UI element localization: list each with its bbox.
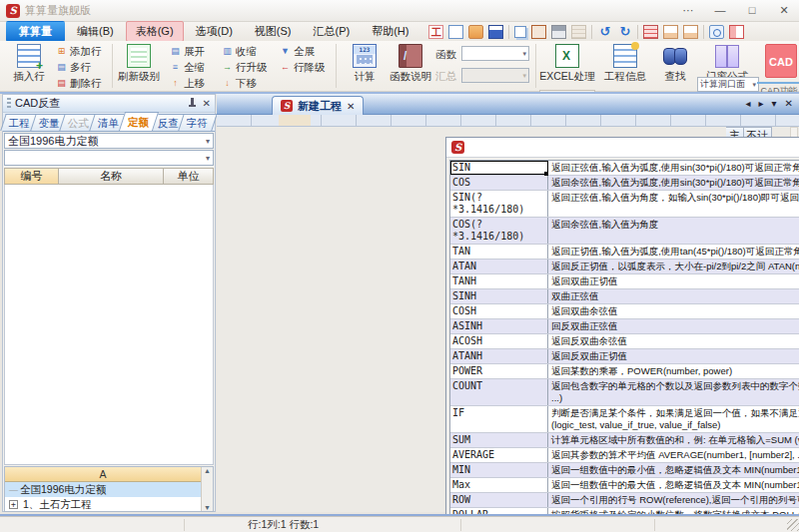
move-down-button[interactable]: ↓下移 [222,76,257,91]
function-name-cell[interactable]: MIN [450,463,548,477]
function-desc-cell[interactable]: 返回其参数的算术平均值 AVERAGE(number1, [number2], … [548,448,799,462]
document-tab[interactable]: S 新建工程 ✕ [272,96,364,115]
expand-button[interactable]: ▤展开 [170,44,205,59]
minimize-button[interactable]: — [711,4,729,17]
maximize-button[interactable]: □ [743,4,761,17]
function-desc-cell[interactable]: 双曲正弦值 [548,289,799,303]
function-row[interactable]: SIN(?*3.1416/180) 返回正弦值,输入值为角度，如输入sin(30… [450,191,799,218]
menu-item[interactable]: 算算量 [6,21,65,42]
quota-filter-combo[interactable]: ▾ [4,150,214,166]
panel-close-icon[interactable] [683,25,698,39]
col-header-name[interactable]: 名称 [59,168,164,185]
quota-library-combo[interactable]: 全国1996电力定额▾ [4,133,214,149]
function-name-cell[interactable]: ASINH [450,319,548,333]
function-row[interactable]: Max 返回一组数值中的最大值，忽略逻辑值及文本 MIN(number1, [n… [450,478,799,493]
pin-icon[interactable] [188,98,197,109]
quota-list-area[interactable] [4,185,214,465]
tab-nav-button[interactable]: ▸ [759,98,764,109]
function-desc-cell[interactable]: 返回正弦值,输入值为弧度,使用sin(30*pi()/180)可返回正常角度单位… [548,161,799,175]
move-up-button[interactable]: ↑上移 [170,76,205,91]
function-name-cell[interactable]: AVERAGE [450,448,548,462]
more-windows-icon[interactable]: ⋯ [679,4,697,17]
function-desc-cell[interactable]: 返回反双曲余弦值 [548,334,799,348]
function-name-cell[interactable]: IF [450,406,548,432]
tree-scrollbar[interactable]: ▲▼ [201,467,213,511]
redo-icon[interactable]: ↻ [617,25,632,39]
tree-column-header[interactable]: A [5,467,201,482]
function-desc-cell[interactable]: 返回包含数字的单元格的个数以及返回参数列表中的数字个数 COUNT(value1… [548,379,799,405]
function-row[interactable]: MIN 返回一组数值中的最小值，忽略逻辑值及文本 MIN(number1, [n… [450,463,799,478]
close-button[interactable]: ✕ [775,4,793,17]
excel-process-button[interactable]: EXCEL处理 [539,43,595,90]
function-row[interactable]: COUNT 返回包含数字的单元格的个数以及返回参数列表中的数字个数 COUNT(… [450,379,799,406]
tree-item[interactable]: — 全国1996电力定额 [5,482,201,497]
save-icon[interactable] [488,25,503,39]
find-button[interactable]: 查找 [655,43,695,90]
menu-item[interactable]: 编辑(B) [67,21,124,42]
function-desc-cell[interactable]: 返回余弦值,输入值为弧度,使用sin(30*pi()/180)可返回正常角度单位… [548,176,799,190]
expand-all-button[interactable]: ▼全展 [280,44,315,59]
function-row[interactable]: TAN 返回正切值,输入值为弧度,使用tan(45*pi()/180)可返回正常… [450,245,799,260]
function-name-cell[interactable]: COS(?*3.1416/180) [450,218,548,244]
menu-item[interactable]: 选项(D) [186,21,243,42]
delete-row-button[interactable]: ▤删除行 [56,76,102,91]
function-row[interactable]: POWER 返回某数的乘幂，POWER(number, power) [450,364,799,379]
function-name-cell[interactable]: ACOSH [450,334,548,348]
function-desc-cell[interactable]: 返回反正切值，以弧度表示，大小在-pi/2到pi/2之间 ATAN(number… [548,260,799,273]
add-row-button[interactable]: ⊞添加行 [56,44,102,59]
function-row[interactable]: ASINH 回反双曲正弦值 [450,319,799,334]
menu-item[interactable]: 表格(G) [126,21,184,42]
col-header-unit[interactable]: 单位 [164,168,214,185]
function-name-cell[interactable]: ATANH [450,349,548,363]
door-window-combo[interactable]: 计算洞口面▾ [697,77,759,92]
function-name-cell[interactable]: SIN [450,161,548,175]
project-info-button[interactable]: 工程信息 [599,43,651,90]
function-desc-cell[interactable]: 返回双曲余弦值 [548,304,799,318]
function-row[interactable]: SUM 计算单元格区域中所有数值的和，例: 在单元格输入=SUM (value1… [450,433,799,448]
open-folder-icon[interactable] [468,25,483,39]
function-name-cell[interactable]: COS [450,176,548,190]
collapse-all-button[interactable]: ≡全缩 [170,60,205,75]
function-row[interactable]: IF 判断是否满足某个条件，如果满足返回一个值，如果不满足返回另外一个值 IF … [450,406,799,433]
row-downgrade-button[interactable]: ←行降级 [280,60,326,75]
preview-search-icon[interactable] [709,25,724,39]
function-desc-cell[interactable]: 返回一组数值中的最大值，忽略逻辑值及文本 MIN(number1, [numbe… [548,478,799,492]
calc-table-icon[interactable] [531,25,546,39]
function-desc-cell[interactable]: 计算单元格区域中所有数值的和，例: 在单元格输入=SUM (value1, [v… [548,433,799,447]
col-header-code[interactable]: 编号 [4,168,59,185]
function-row[interactable]: COSH 返回双曲余弦值 [450,304,799,319]
function-name-cell[interactable]: ROW [450,493,548,507]
function-desc-cell[interactable]: 判断是否满足某个条件，如果满足返回一个值，如果不满足返回另外一个值 IF (lo… [548,406,799,432]
function-row[interactable]: AVERAGE 返回其参数的算术平均值 AVERAGE(number1, [nu… [450,448,799,463]
print-icon[interactable] [551,25,566,39]
red-table-icon[interactable] [643,25,658,39]
function-desc-cell[interactable]: 返回一个引用的行号 ROW(reference),返回一个引用的列号可以用 CO… [548,493,799,507]
undo-icon[interactable]: ↺ [597,25,612,39]
row-upgrade-button[interactable]: →行升级 [222,60,268,75]
function-desc-cell[interactable]: 回反双曲正弦值 [548,319,799,333]
panel-tab[interactable]: 定额 [119,112,159,131]
menu-item[interactable]: 视图(S) [245,21,302,42]
insert-row-button[interactable]: 插入行 [6,43,52,90]
function-row[interactable]: SIN 返回正弦值,输入值为弧度,使用sin(30*pi()/180)可返回正常… [450,161,799,176]
function-row[interactable]: TANH 返回双曲正切值 [450,274,799,289]
function-name-cell[interactable]: SINH [450,289,548,303]
collapse-button[interactable]: ▥收缩 [222,44,257,59]
menu-item[interactable]: 帮助(H) [362,21,418,42]
drag-handle-icon[interactable] [7,98,11,110]
panel-close-icon[interactable]: ✕ [203,98,211,109]
resize-grip[interactable] [787,519,799,531]
multi-row-button[interactable]: ▤多行 [56,60,91,75]
function-name-cell[interactable]: POWER [450,364,548,378]
function-row[interactable]: COS(?*3.1416/180) 返回余弦值,输入值为角度 [450,218,799,245]
function-name-cell[interactable]: TANH [450,274,548,288]
function-row[interactable]: ATAN 返回反正切值，以弧度表示，大小在-pi/2到pi/2之间 ATAN(n… [450,260,799,274]
function-desc-cell[interactable]: 返回余弦值,输入值为角度 [548,218,799,244]
function-row[interactable]: ACOSH 返回反双曲余弦值 [450,334,799,349]
menu-item[interactable]: 汇总(P) [304,21,361,42]
doc-tab-close-icon[interactable]: ✕ [347,101,355,112]
function-desc-cell[interactable]: 返回一组数值中的最小值，忽略逻辑值及文本 MIN(number1, [numbe… [548,463,799,477]
function-name-cell[interactable]: COUNT [450,379,548,405]
function-name-cell[interactable]: SUM [450,433,548,447]
function-name-cell[interactable]: SIN(?*3.1416/180) [450,191,548,217]
